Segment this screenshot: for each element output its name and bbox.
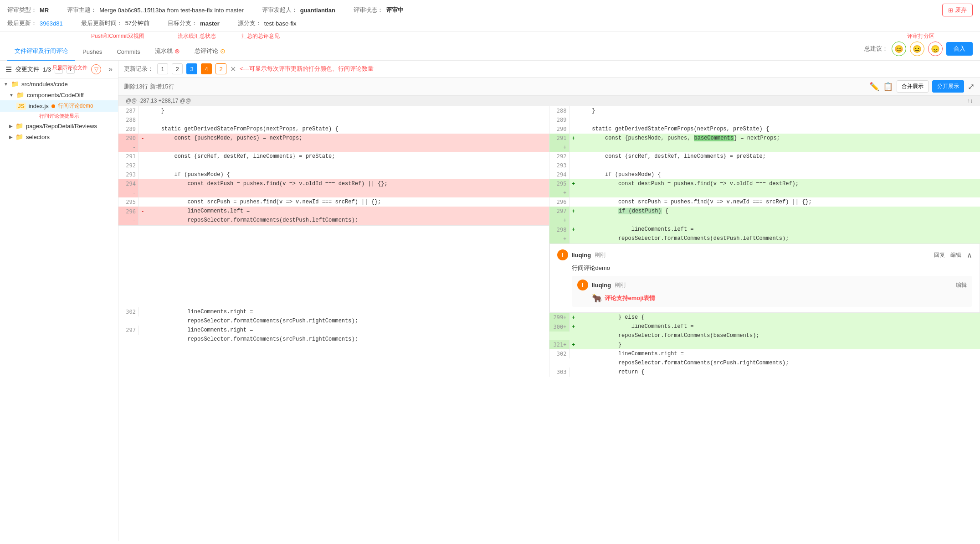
line-num: 296 - xyxy=(118,207,139,225)
selectors-folder-label: selectors xyxy=(26,134,50,140)
collapse-arrow-pages: ▶ xyxy=(9,124,13,129)
source-branch-label: 源分支： xyxy=(238,19,262,27)
line-num: 321+ xyxy=(549,340,570,349)
diff-line-right-295-add: 295 + + const destPush = pushes.find(v =… xyxy=(549,179,980,197)
update-num-3[interactable]: 3 xyxy=(186,63,197,74)
diff-line-left-294-del: 294 - - const destPush = pushes.find(v =… xyxy=(118,179,549,197)
diff-line-left-293: 293 if (pushesMode) { xyxy=(118,170,549,179)
score-bad-btn[interactable]: 😞 xyxy=(928,41,943,56)
review-summary-label: 总评讨论 xyxy=(195,47,218,55)
tab-commits[interactable]: Commits xyxy=(109,44,147,61)
line-code: static getDerivedStateFromProps(nextProp… xyxy=(577,124,980,134)
line-num: 290 xyxy=(549,124,570,134)
diff-line-right-293: 293 xyxy=(549,161,980,170)
line-marker: - xyxy=(139,134,146,143)
folder-icon-selectors: 📁 xyxy=(15,133,23,140)
last-update-time: 最后更新时间： 57分钟前 xyxy=(81,19,149,27)
last-update-time-value: 57分钟前 xyxy=(125,19,149,27)
update-records-bar: 更新记录： 1 2 3 4 2 ✕ <---可显示每次评审更新的打分颜色、行间评… xyxy=(118,61,980,78)
folder-icon: 📁 xyxy=(11,80,19,88)
abandon-label: 废弃 xyxy=(955,6,967,14)
tab-file-review[interactable]: 文件评审及行间评论 xyxy=(7,42,75,61)
sidebar-item-selectors[interactable]: ▶ 📁 selectors xyxy=(0,131,118,142)
only-comment-hint: 只显示评论文件 xyxy=(52,64,87,71)
line-num: 298 + xyxy=(549,225,570,244)
reply-action-btn[interactable]: 回复 xyxy=(934,251,945,259)
source-branch-value: test-base-fix xyxy=(264,20,297,27)
line-code: const {srcRef, destRef, lineComments} = … xyxy=(146,152,549,161)
tab-pipeline[interactable]: 流水线 ⊗ xyxy=(148,42,187,61)
delete-add-info: 删除13行 新增15行 xyxy=(124,83,174,91)
source-branch: 源分支： test-base-fix xyxy=(238,19,297,27)
close-update[interactable]: ✕ xyxy=(230,65,236,73)
diff-line-left-empty2 xyxy=(118,289,549,298)
diff-line-left-292: 292 xyxy=(118,161,549,170)
line-marker: + xyxy=(570,207,577,216)
line-num: 294 xyxy=(549,170,570,179)
review-type-label: 评审类型： xyxy=(7,6,37,14)
diff-line-left-287: 287 } xyxy=(118,106,549,115)
update-num-4[interactable]: 4 xyxy=(201,63,212,74)
line-code: lineComments.left = reposSelector.format… xyxy=(577,322,980,340)
update-num-1[interactable]: 1 xyxy=(157,63,168,74)
line-code: lineComments.right = xyxy=(577,349,980,358)
diff-line-right-303: 303 return { xyxy=(549,368,980,377)
diff-right: 288 } 289 290 static ge xyxy=(549,106,980,377)
tab-pushes[interactable]: Pushes xyxy=(75,44,109,61)
line-code: } xyxy=(577,340,980,349)
line-code: } xyxy=(577,106,980,115)
line-marker: + xyxy=(570,225,577,234)
review-initiator-label: 评审发起人： xyxy=(262,6,298,14)
line-num: 302 xyxy=(549,349,570,358)
copy-icon-btn[interactable]: 📋 xyxy=(883,82,893,92)
inline-comment-shortcut-hint: 行间评论便捷显示 xyxy=(0,112,118,120)
sidebar-item-index-js[interactable]: JS index.js 行间评论demo xyxy=(0,100,118,112)
sidebar-item-pages[interactable]: ▶ 📁 pages/RepoDetail/Reviews xyxy=(0,120,118,131)
diff-header: @@ -287,13 +288,17 @@ ↑↓ xyxy=(118,96,980,106)
line-code: const {pushesMode, pushes, baseComments}… xyxy=(577,134,980,143)
abandon-button[interactable]: ⊞ 废弃 xyxy=(942,4,973,16)
comment-time: 刚刚 xyxy=(595,251,605,259)
sidebar-item-components[interactable]: ▼ 📁 components/CodeDiff xyxy=(0,89,118,100)
diff-line-left-289: 289 static getDerivedStateFromProps(next… xyxy=(118,124,549,134)
pencil-icon-btn[interactable]: ✏️ xyxy=(869,82,879,92)
diff-line-left-empty1 xyxy=(118,280,549,289)
comment-spacer-left xyxy=(118,225,549,280)
split-view-btn[interactable]: 分开展示 xyxy=(932,80,964,93)
line-code: reposSelector.formatComments(srcPush.rig… xyxy=(577,358,980,368)
pipeline-label: 流水线 xyxy=(155,47,173,55)
folder-icon-pages: 📁 xyxy=(15,122,23,130)
line-num: 287 xyxy=(118,106,139,115)
collapse-comment-btn[interactable]: ∧ xyxy=(967,251,972,259)
diff-line-left-296-del: 296 - - lineComments.left = reposSelecto… xyxy=(118,207,549,225)
merge-button[interactable]: 合入 xyxy=(946,42,973,56)
review-type-value: MR xyxy=(40,7,49,14)
edit-action-btn[interactable]: 编辑 xyxy=(950,251,961,259)
reply-edit-btn[interactable]: 编辑 xyxy=(956,281,967,289)
score-good-btn[interactable]: 😊 xyxy=(892,41,906,56)
collapse-icon[interactable]: » xyxy=(108,65,113,73)
comment-header: l liuqing 刚刚 回复 编辑 ∧ xyxy=(557,249,973,260)
update-num-2[interactable]: 2 xyxy=(172,63,183,74)
review-status: 评审状态： 评审中 xyxy=(354,6,404,14)
diff-line-left-291: 291 const {srcRef, destRef, lineComments… xyxy=(118,152,549,161)
tabs-container: Push和Commit双视图 流水线汇总状态 汇总的总评意见 评审打分区 文件评… xyxy=(0,31,980,61)
diff-line-right-296: 296 const srcPush = pushes.find(v => v.n… xyxy=(549,197,980,207)
line-num: 289 xyxy=(118,124,139,134)
update-count[interactable]: 2 xyxy=(215,63,226,74)
expand-view-btn[interactable]: ⤢ xyxy=(968,82,975,92)
line-marker: + xyxy=(570,179,577,188)
merge-view-btn[interactable]: 合并展示 xyxy=(897,80,929,93)
score-neutral-btn[interactable]: 😐 xyxy=(910,41,924,56)
review-summary-icon: ⊙ xyxy=(220,47,226,55)
target-branch-label: 目标分支： xyxy=(168,19,197,27)
filter-icon[interactable]: ▽ xyxy=(91,64,101,74)
tab-review-summary[interactable]: 总评讨论 ⊙ xyxy=(187,42,233,61)
comment-demo-label: 行间评论demo xyxy=(58,102,93,110)
line-num: 294 - xyxy=(118,179,139,197)
diff-expand-arrows[interactable]: ↑↓ xyxy=(967,98,973,104)
code-area: 更新记录： 1 2 3 4 2 ✕ <---可显示每次评审更新的打分颜色、行间评… xyxy=(118,61,980,541)
comment-avatar: l xyxy=(557,249,568,260)
sidebar-item-src[interactable]: ▼ 📁 src/modules/code xyxy=(0,78,118,89)
diff-header-text: @@ -287,13 +288,17 @@ xyxy=(126,98,191,104)
